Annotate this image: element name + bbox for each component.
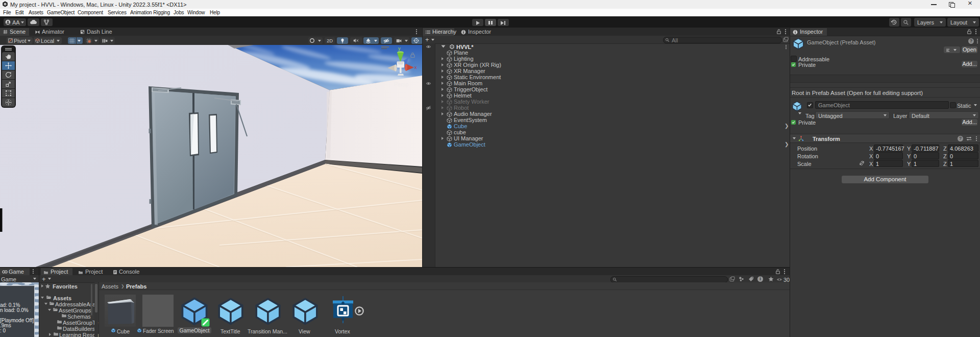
svg-text:Persp: Persp (394, 81, 409, 87)
svg-text:y: y (398, 45, 401, 51)
svg-text:x: x (414, 65, 417, 70)
